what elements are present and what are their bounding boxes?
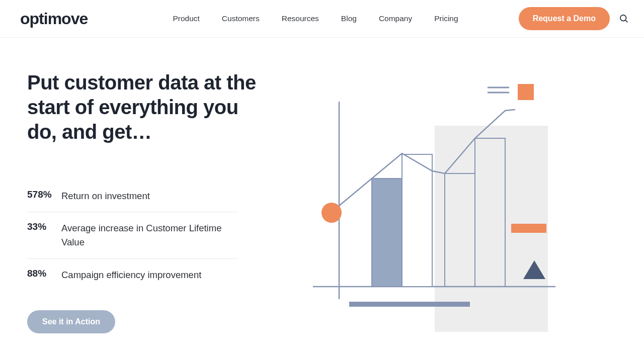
svg-rect-13 [511,224,546,233]
main-nav: Product Customers Resources Blog Company… [173,14,458,23]
nav-resources[interactable]: Resources [282,14,319,23]
hero-headline: Put customer data at the start of everyt… [27,70,264,145]
svg-rect-16 [349,302,470,307]
svg-rect-8 [372,179,402,287]
stat-value: 33% [27,221,61,232]
nav-customers[interactable]: Customers [222,14,260,23]
nav-blog[interactable]: Blog [341,14,357,23]
stat-value: 88% [27,268,61,279]
stats-list: 578% Return on investment 33% Average in… [27,180,238,291]
stat-row: 33% Average increase in Customer Lifetim… [27,212,238,259]
stat-row: 88% Campaign efficiency improvement [27,259,238,291]
svg-point-12 [321,203,342,223]
svg-point-0 [620,15,626,21]
nav-product[interactable]: Product [173,14,199,23]
stat-label: Campaign efficiency improvement [61,268,201,282]
stat-row: 578% Return on investment [27,180,238,213]
hero-copy: Put customer data at the start of everyt… [27,70,264,334]
stat-label: Return on investment [61,189,150,203]
see-it-in-action-button[interactable]: See it in Action [27,310,115,333]
hero-section: Put customer data at the start of everyt… [0,38,644,334]
chart-graphic-icon [294,70,576,332]
svg-rect-9 [402,154,432,287]
request-demo-button[interactable]: Request a Demo [519,7,610,30]
brand-logo[interactable]: optimove [20,10,88,28]
site-header: optimove Product Customers Resources Blo… [0,0,644,38]
search-icon[interactable] [619,14,629,24]
svg-line-1 [625,20,627,22]
svg-rect-3 [518,84,534,100]
hero-illustration [294,70,624,334]
nav-pricing[interactable]: Pricing [434,14,458,23]
stat-label: Average increase in Customer Lifetime Va… [61,221,238,249]
nav-company[interactable]: Company [379,14,412,23]
stat-value: 578% [27,189,61,200]
